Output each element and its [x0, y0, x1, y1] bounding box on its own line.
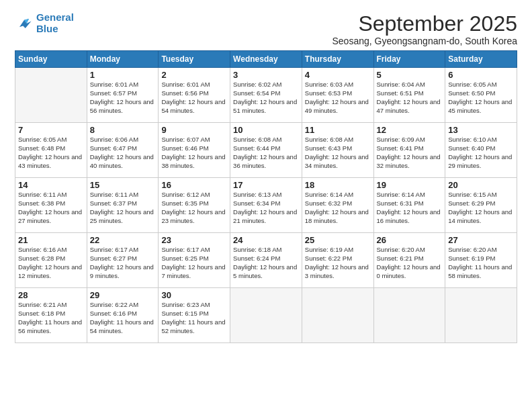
day-number: 18	[305, 180, 371, 190]
weekday-header-row: Sunday Monday Tuesday Wednesday Thursday…	[15, 51, 517, 68]
location: Seosang, Gyeongsangnam-do, South Korea	[332, 36, 517, 46]
table-row: 20Sunrise: 6:15 AM Sunset: 6:29 PM Dayli…	[445, 178, 517, 233]
table-row: 25Sunrise: 6:19 AM Sunset: 6:22 PM Dayli…	[302, 233, 373, 288]
day-number: 10	[233, 125, 299, 135]
day-number: 7	[18, 125, 84, 135]
table-row: 15Sunrise: 6:11 AM Sunset: 6:37 PM Dayli…	[87, 178, 159, 233]
day-info: Sunrise: 6:08 AM Sunset: 6:44 PM Dayligh…	[233, 136, 299, 170]
header-thursday: Thursday	[302, 51, 373, 68]
table-row: 1Sunrise: 6:01 AM Sunset: 6:57 PM Daylig…	[87, 68, 159, 123]
table-row	[445, 288, 517, 343]
calendar-row: 14Sunrise: 6:11 AM Sunset: 6:38 PM Dayli…	[15, 178, 517, 233]
calendar-row: 7Sunrise: 6:05 AM Sunset: 6:48 PM Daylig…	[15, 123, 517, 178]
day-number: 13	[448, 125, 514, 135]
day-number: 29	[90, 290, 156, 300]
day-number: 3	[233, 70, 299, 80]
table-row: 30Sunrise: 6:23 AM Sunset: 6:15 PM Dayli…	[159, 288, 230, 343]
table-row: 5Sunrise: 6:04 AM Sunset: 6:51 PM Daylig…	[373, 68, 445, 123]
day-info: Sunrise: 6:02 AM Sunset: 6:54 PM Dayligh…	[233, 81, 299, 115]
day-number: 27	[448, 235, 514, 245]
day-number: 22	[90, 235, 156, 245]
day-number: 4	[305, 70, 371, 80]
day-number: 24	[233, 235, 299, 245]
day-info: Sunrise: 6:13 AM Sunset: 6:34 PM Dayligh…	[233, 191, 299, 225]
table-row: 18Sunrise: 6:14 AM Sunset: 6:32 PM Dayli…	[302, 178, 373, 233]
day-info: Sunrise: 6:08 AM Sunset: 6:43 PM Dayligh…	[305, 136, 371, 170]
title-area: September 2025 Seosang, Gyeongsangnam-do…	[332, 12, 517, 46]
day-number: 16	[161, 180, 227, 190]
table-row	[302, 288, 373, 343]
day-number: 5	[377, 70, 443, 80]
day-number: 17	[233, 180, 299, 190]
header-friday: Friday	[373, 51, 445, 68]
table-row: 22Sunrise: 6:17 AM Sunset: 6:27 PM Dayli…	[87, 233, 159, 288]
day-number: 28	[18, 290, 84, 300]
day-number: 8	[90, 125, 156, 135]
day-number: 11	[305, 125, 371, 135]
day-info: Sunrise: 6:10 AM Sunset: 6:40 PM Dayligh…	[448, 136, 514, 170]
header-tuesday: Tuesday	[159, 51, 230, 68]
table-row: 23Sunrise: 6:17 AM Sunset: 6:25 PM Dayli…	[159, 233, 230, 288]
day-info: Sunrise: 6:09 AM Sunset: 6:41 PM Dayligh…	[377, 136, 443, 170]
day-number: 20	[448, 180, 514, 190]
calendar-row: 21Sunrise: 6:16 AM Sunset: 6:28 PM Dayli…	[15, 233, 517, 288]
day-number: 26	[377, 235, 443, 245]
day-info: Sunrise: 6:16 AM Sunset: 6:28 PM Dayligh…	[18, 246, 84, 280]
day-number: 12	[377, 125, 443, 135]
day-info: Sunrise: 6:21 AM Sunset: 6:18 PM Dayligh…	[18, 301, 84, 335]
day-info: Sunrise: 6:17 AM Sunset: 6:27 PM Dayligh…	[90, 246, 156, 280]
day-number: 30	[161, 290, 227, 300]
day-info: Sunrise: 6:18 AM Sunset: 6:24 PM Dayligh…	[233, 246, 299, 280]
table-row: 11Sunrise: 6:08 AM Sunset: 6:43 PM Dayli…	[302, 123, 373, 178]
table-row: 17Sunrise: 6:13 AM Sunset: 6:34 PM Dayli…	[230, 178, 302, 233]
day-info: Sunrise: 6:12 AM Sunset: 6:35 PM Dayligh…	[161, 191, 227, 225]
day-info: Sunrise: 6:01 AM Sunset: 6:56 PM Dayligh…	[161, 81, 227, 115]
header-wednesday: Wednesday	[230, 51, 302, 68]
day-info: Sunrise: 6:07 AM Sunset: 6:46 PM Dayligh…	[161, 136, 227, 170]
day-info: Sunrise: 6:19 AM Sunset: 6:22 PM Dayligh…	[305, 246, 371, 280]
calendar-table: Sunday Monday Tuesday Wednesday Thursday…	[15, 50, 517, 343]
table-row: 29Sunrise: 6:22 AM Sunset: 6:16 PM Dayli…	[87, 288, 159, 343]
table-row: 26Sunrise: 6:20 AM Sunset: 6:21 PM Dayli…	[373, 233, 445, 288]
table-row: 28Sunrise: 6:21 AM Sunset: 6:18 PM Dayli…	[15, 288, 87, 343]
header-sunday: Sunday	[15, 51, 87, 68]
month-title: September 2025	[332, 12, 517, 36]
day-info: Sunrise: 6:06 AM Sunset: 6:47 PM Dayligh…	[90, 136, 156, 170]
table-row: 8Sunrise: 6:06 AM Sunset: 6:47 PM Daylig…	[87, 123, 159, 178]
table-row: 2Sunrise: 6:01 AM Sunset: 6:56 PM Daylig…	[159, 68, 230, 123]
day-info: Sunrise: 6:03 AM Sunset: 6:53 PM Dayligh…	[305, 81, 371, 115]
table-row: 16Sunrise: 6:12 AM Sunset: 6:35 PM Dayli…	[159, 178, 230, 233]
table-row: 9Sunrise: 6:07 AM Sunset: 6:46 PM Daylig…	[159, 123, 230, 178]
calendar-row: 28Sunrise: 6:21 AM Sunset: 6:18 PM Dayli…	[15, 288, 517, 343]
table-row: 3Sunrise: 6:02 AM Sunset: 6:54 PM Daylig…	[230, 68, 302, 123]
logo-text: General Blue	[36, 12, 74, 34]
day-info: Sunrise: 6:20 AM Sunset: 6:19 PM Dayligh…	[448, 246, 514, 280]
day-info: Sunrise: 6:23 AM Sunset: 6:15 PM Dayligh…	[161, 301, 227, 335]
day-info: Sunrise: 6:05 AM Sunset: 6:50 PM Dayligh…	[448, 81, 514, 115]
day-number: 6	[448, 70, 514, 80]
day-info: Sunrise: 6:14 AM Sunset: 6:31 PM Dayligh…	[377, 191, 443, 225]
day-info: Sunrise: 6:17 AM Sunset: 6:25 PM Dayligh…	[161, 246, 227, 280]
table-row: 13Sunrise: 6:10 AM Sunset: 6:40 PM Dayli…	[445, 123, 517, 178]
day-info: Sunrise: 6:11 AM Sunset: 6:37 PM Dayligh…	[90, 191, 156, 225]
day-info: Sunrise: 6:04 AM Sunset: 6:51 PM Dayligh…	[377, 81, 443, 115]
header-monday: Monday	[87, 51, 159, 68]
day-number: 25	[305, 235, 371, 245]
table-row: 24Sunrise: 6:18 AM Sunset: 6:24 PM Dayli…	[230, 233, 302, 288]
logo: General Blue	[15, 12, 74, 34]
day-number: 14	[18, 180, 84, 190]
day-info: Sunrise: 6:01 AM Sunset: 6:57 PM Dayligh…	[90, 81, 156, 115]
day-info: Sunrise: 6:15 AM Sunset: 6:29 PM Dayligh…	[448, 191, 514, 225]
day-info: Sunrise: 6:14 AM Sunset: 6:32 PM Dayligh…	[305, 191, 371, 225]
day-number: 9	[161, 125, 227, 135]
day-number: 2	[161, 70, 227, 80]
table-row: 4Sunrise: 6:03 AM Sunset: 6:53 PM Daylig…	[302, 68, 373, 123]
logo-bird-icon	[15, 14, 34, 33]
table-row: 14Sunrise: 6:11 AM Sunset: 6:38 PM Dayli…	[15, 178, 87, 233]
table-row: 19Sunrise: 6:14 AM Sunset: 6:31 PM Dayli…	[373, 178, 445, 233]
page: General Blue September 2025 Seosang, Gye…	[0, 0, 532, 411]
table-row: 12Sunrise: 6:09 AM Sunset: 6:41 PM Dayli…	[373, 123, 445, 178]
day-number: 15	[90, 180, 156, 190]
table-row: 6Sunrise: 6:05 AM Sunset: 6:50 PM Daylig…	[445, 68, 517, 123]
header: General Blue September 2025 Seosang, Gye…	[15, 12, 517, 46]
